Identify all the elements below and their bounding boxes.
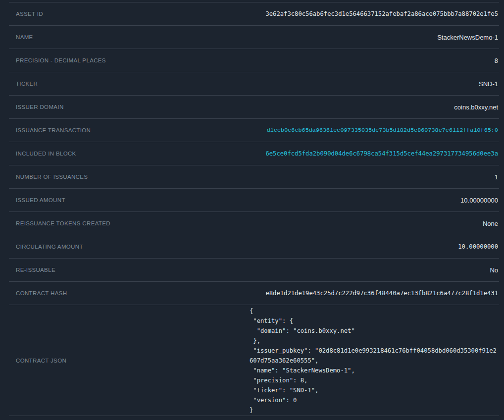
row-circulating-amount: CIRCULATING AMOUNT 10.00000000 [9,235,499,259]
row-reissuance-tokens: REISSUANCE TOKENS CREATED None [9,212,499,235]
contract-json-value: { "entity": { "domain": "coins.b0xxy.net… [250,306,498,415]
ticker-label: TICKER [16,81,38,87]
asset-id-label: ASSET ID [16,11,43,17]
row-asset-id: ASSET ID 3e62af3c80c56ab6fec3d1e56466371… [9,2,499,26]
number-of-issuances-label: NUMBER OF ISSUANCES [16,174,88,180]
row-ticker: TICKER SND-1 [9,72,499,96]
contract-hash-value: e8de1d21de19e43c25d7c222d97c36f48440a7ec… [79,290,498,297]
row-reissuable: RE-ISSUABLE No [9,259,499,282]
contract-json-label: CONTRACT JSON [16,358,66,364]
row-number-of-issuances: NUMBER OF ISSUANCES 1 [9,165,499,189]
row-precision: PRECISION - DECIMAL PLACES 8 [9,49,499,72]
contract-hash-label: CONTRACT HASH [16,290,67,296]
issued-amount-label: ISSUED AMOUNT [16,197,65,203]
row-contract-hash: CONTRACT HASH e8de1d21de19e43c25d7c222d9… [9,282,499,305]
asset-id-value: 3e62af3c80c56ab6fec3d1e5646637152afebaf2… [55,10,498,17]
issuer-domain-value: coins.b0xxy.net [76,104,498,111]
name-value: StackerNewsDemo-1 [45,34,498,41]
asset-details-table: ASSET ID 3e62af3c80c56ab6fec3d1e56466371… [9,2,499,416]
contract-json-container: { "entity": { "domain": "coins.b0xxy.net… [66,306,498,415]
row-issued-amount: ISSUED AMOUNT 10.00000000 [9,189,499,212]
reissuable-label: RE-ISSUABLE [16,267,55,273]
included-in-block-link[interactable]: 6e5ce0fcd5fda2b090d04de6c6798ca54f315d5c… [265,150,498,157]
row-issuance-transaction: ISSUANCE TRANSACTION d1ccb0c6cb65da96361… [9,119,499,142]
circulating-amount-label: CIRCULATING AMOUNT [16,244,83,250]
circulating-amount-value: 10.00000000 [95,243,498,250]
reissuable-value: No [67,266,498,274]
ticker-value: SND-1 [50,80,498,88]
row-issuer-domain: ISSUER DOMAIN coins.b0xxy.net [9,96,499,119]
row-included-in-block: INCLUDED IN BLOCK 6e5ce0fcd5fda2b090d04d… [9,142,499,165]
row-contract-json: CONTRACT JSON { "entity": { "domain": "c… [9,305,499,416]
issuer-domain-label: ISSUER DOMAIN [16,104,64,110]
row-name: NAME StackerNewsDemo-1 [9,26,499,49]
precision-value: 8 [118,57,498,64]
precision-label: PRECISION - DECIMAL PLACES [16,57,106,63]
issuance-transaction-label: ISSUANCE TRANSACTION [16,127,91,133]
name-label: NAME [16,34,33,40]
included-in-block-label: INCLUDED IN BLOCK [16,151,76,157]
reissuance-tokens-label: REISSUANCE TOKENS CREATED [16,220,110,226]
reissuance-tokens-value: None [122,220,498,227]
number-of-issuances-value: 1 [100,173,498,181]
issued-amount-value: 10.00000000 [77,197,498,204]
issuance-transaction-link[interactable]: d1ccb0c6cb65da96361ec097335035dc73b5d182… [267,127,498,134]
